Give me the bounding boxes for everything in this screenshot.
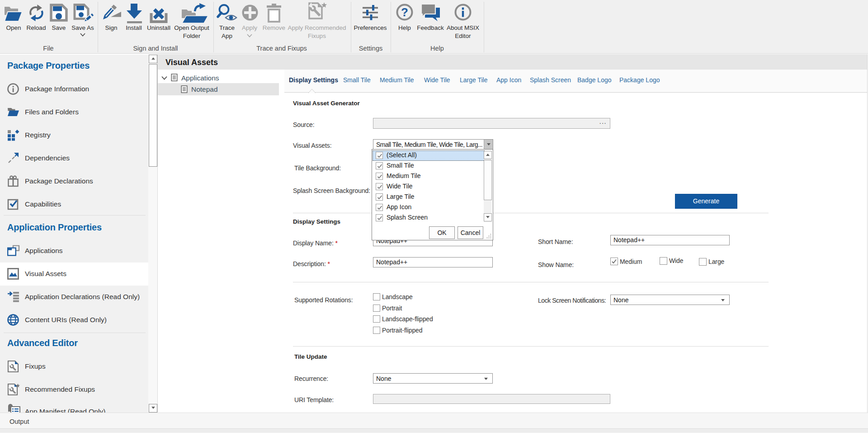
svg-text:?: ? xyxy=(401,5,408,19)
